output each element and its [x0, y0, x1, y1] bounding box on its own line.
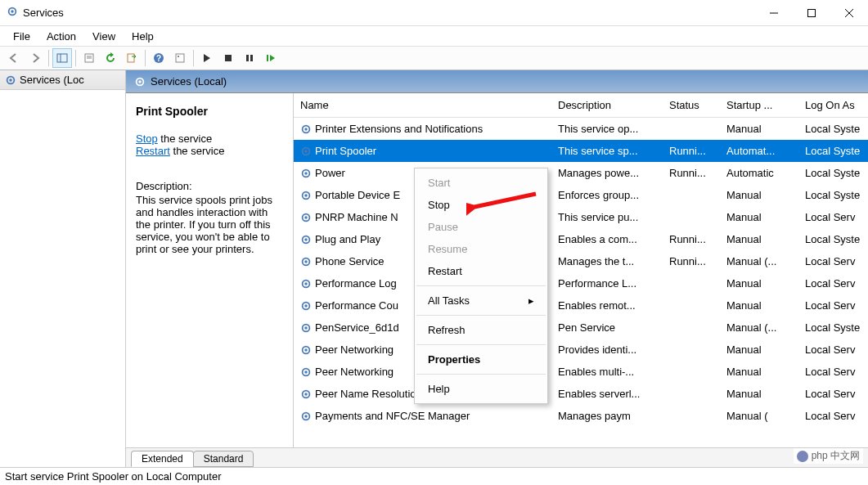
ctx-help[interactable]: Help	[415, 378, 547, 400]
service-status: Runni...	[663, 143, 720, 159]
stop-link[interactable]: Stop	[136, 132, 158, 145]
forward-button[interactable]	[25, 48, 45, 68]
service-row[interactable]: Phone ServiceManages the t...Runni...Man…	[294, 250, 868, 272]
tree-pane: Services (Loc	[0, 70, 126, 467]
menubar: File Action View Help	[0, 26, 868, 46]
help-button[interactable]: ?	[149, 48, 169, 68]
service-icon	[300, 256, 312, 267]
php-icon	[797, 451, 808, 462]
service-name: Payments and NFC/SE Manager	[315, 410, 470, 422]
restart-service-button[interactable]	[261, 48, 281, 68]
main-header-label: Services (Local)	[151, 75, 227, 88]
column-headers: Name Description Status Startup ... Log …	[294, 93, 868, 118]
service-icon	[300, 344, 312, 356]
service-row[interactable]: Peer Name Resolution ProtocolEnables ser…	[294, 383, 868, 405]
svg-rect-6	[57, 54, 67, 62]
service-row[interactable]: Payments and NFC/SE ManagerManages paymM…	[294, 405, 868, 427]
tab-extended[interactable]: Extended	[131, 451, 194, 467]
service-row[interactable]: Printer Extensions and NotificationsThis…	[294, 118, 868, 140]
service-desc: This service sp...	[551, 143, 663, 159]
service-row[interactable]: Plug and PlayEnables a com...Runni...Man…	[294, 228, 868, 250]
restart-link-row: Restart the service	[136, 145, 283, 157]
service-status	[663, 326, 720, 330]
service-icon	[300, 366, 312, 378]
service-icon	[300, 146, 312, 157]
service-name: PenService_6d1d	[315, 321, 399, 334]
service-row[interactable]: PNRP Machine NThis service pu...ManualLo…	[294, 206, 868, 228]
service-status: Runni...	[663, 231, 720, 247]
service-status: Runni...	[663, 165, 720, 181]
ctx-all-tasks[interactable]: All Tasks▸	[415, 290, 547, 312]
service-logon: Local Serv	[798, 364, 868, 379]
service-row[interactable]: Print SpoolerThis service sp...Runni...A…	[294, 140, 868, 162]
service-status	[663, 415, 720, 418]
col-description[interactable]: Description	[551, 93, 663, 117]
properties-button[interactable]	[79, 48, 99, 68]
start-service-button[interactable]	[197, 48, 217, 68]
service-row[interactable]: Performance CouEnables remot...ManualLoc…	[294, 294, 868, 317]
ctx-sep	[416, 285, 546, 286]
service-desc: Manages the t...	[551, 254, 663, 269]
tab-standard[interactable]: Standard	[193, 451, 254, 467]
col-name[interactable]: Name	[294, 93, 551, 117]
service-logon: Local Serv	[798, 386, 868, 402]
service-row[interactable]: Portable Device EEnforces group...Manual…	[294, 184, 868, 206]
service-status	[663, 128, 720, 131]
refresh-button[interactable]	[101, 48, 120, 68]
back-button[interactable]	[4, 48, 24, 68]
service-startup: Manual (...	[720, 254, 798, 269]
status-bar: Start service Print Spooler on Local Com…	[0, 467, 868, 485]
service-logon: Local Syste	[798, 143, 868, 159]
service-name: Power	[315, 167, 345, 179]
menu-view[interactable]: View	[84, 29, 124, 44]
service-logon: Local Syste	[798, 165, 868, 181]
svg-point-51	[304, 415, 308, 418]
service-row[interactable]: PowerManages powe...Runni...AutomaticLoc…	[294, 162, 868, 184]
menu-help[interactable]: Help	[124, 29, 162, 44]
export-button[interactable]	[122, 48, 142, 68]
submenu-arrow-icon: ▸	[528, 294, 534, 307]
service-startup: Manual	[720, 121, 798, 137]
ctx-stop[interactable]: Stop	[415, 194, 547, 216]
service-row[interactable]: Peer NetworkingEnables multi-...ManualLo…	[294, 361, 868, 383]
service-logon: Local Syste	[798, 121, 868, 137]
svg-point-25	[304, 128, 308, 131]
stop-service-button[interactable]	[218, 48, 238, 68]
service-row[interactable]: Performance LogPerformance L...ManualLoc…	[294, 272, 868, 294]
pause-service-button[interactable]	[240, 48, 259, 68]
ctx-restart[interactable]: Restart	[415, 260, 547, 282]
close-button[interactable]	[830, 0, 868, 26]
service-name: Peer Networking	[315, 366, 394, 378]
titlebar: Services	[0, 0, 868, 26]
tree-root[interactable]: Services (Loc	[0, 70, 125, 90]
service-row[interactable]: Peer NetworkingProvides identi...ManualL…	[294, 339, 868, 361]
services-icon	[134, 76, 146, 88]
show-hide-tree-button[interactable]	[52, 48, 72, 68]
svg-point-31	[304, 194, 308, 197]
service-startup: Manual (...	[720, 320, 798, 335]
svg-point-29	[304, 172, 308, 175]
restart-link[interactable]: Restart	[136, 145, 170, 157]
maximize-button[interactable]	[793, 0, 830, 26]
service-status	[663, 348, 720, 352]
service-list: Name Description Status Startup ... Log …	[294, 93, 868, 447]
service-desc: Manages paym	[551, 408, 663, 424]
col-logon[interactable]: Log On As	[798, 93, 868, 117]
col-status[interactable]: Status	[663, 93, 720, 117]
svg-point-21	[9, 79, 12, 82]
service-startup: Manual	[720, 342, 798, 357]
service-name: Performance Log	[315, 277, 397, 290]
ctx-refresh[interactable]: Refresh	[415, 319, 547, 341]
service-desc: This service op...	[551, 121, 663, 137]
details-pane: Print Spooler Stop the service Restart t…	[126, 93, 294, 447]
svg-rect-19	[267, 55, 268, 61]
service-row[interactable]: PenService_6d1dPen ServiceManual (...Loc…	[294, 317, 868, 339]
menu-action[interactable]: Action	[38, 29, 84, 44]
col-startup[interactable]: Startup ...	[720, 93, 798, 117]
service-startup: Automat...	[720, 143, 798, 159]
minimize-button[interactable]	[755, 0, 793, 26]
svg-rect-18	[250, 55, 253, 61]
menu-file[interactable]: File	[5, 29, 38, 44]
ctx-properties[interactable]: Properties	[415, 348, 547, 370]
action-sheet-button[interactable]	[170, 48, 190, 68]
